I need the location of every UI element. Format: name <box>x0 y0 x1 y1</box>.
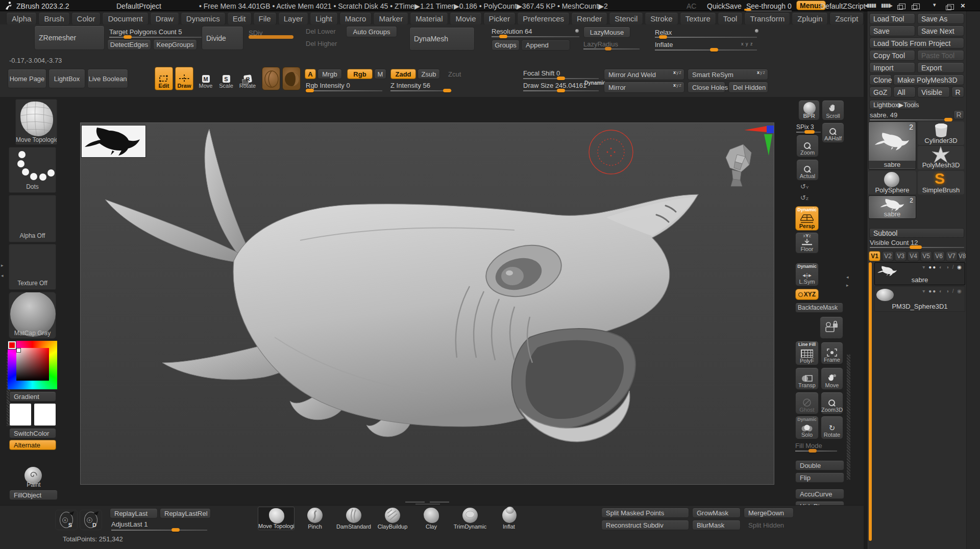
transp-button[interactable]: Transp <box>795 367 819 390</box>
subtool-item-sphere[interactable]: ▾ ●● ◐ ◑ / ◉ PM3D_Sphere3D1 <box>874 286 965 312</box>
polyframe-button[interactable]: Line Fill PolyF <box>795 341 819 365</box>
subtool-item-sabre[interactable]: ▾ ●● ◐ ◑ / ◉ sabre <box>874 262 965 285</box>
menu-brush[interactable]: Brush <box>38 12 69 25</box>
zadd-button[interactable]: Zadd <box>390 69 416 79</box>
quick-brush-claybuildup[interactable]: ClayBuildup <box>374 507 411 530</box>
visible-count-track[interactable] <box>870 247 964 248</box>
tray-close-arrow-icon[interactable]: ◂ <box>1 273 4 278</box>
spix-track[interactable] <box>796 132 821 133</box>
subtool-tab-v7[interactable]: V7 <box>946 251 958 261</box>
menu-marker[interactable]: Marker <box>373 12 408 25</box>
material-slot-1[interactable] <box>262 67 280 90</box>
visible-count-knob[interactable] <box>910 245 922 249</box>
rgb-intensity-slider[interactable]: Rgb Intensity 0 <box>306 82 350 89</box>
current-stroke-button[interactable]: Dots <box>9 147 56 193</box>
current-brush-button[interactable]: Move Topologica <box>15 99 57 145</box>
minimize-icon[interactable]: ▾ <box>933 2 936 8</box>
bpr-button[interactable]: BPR <box>798 100 820 120</box>
menu-color[interactable]: Color <box>71 12 101 25</box>
subtool-tab-v8[interactable]: V8 <box>959 251 966 261</box>
detect-edges-button[interactable]: DetectEdges <box>107 39 151 50</box>
actual-button[interactable]: Actual <box>796 159 819 181</box>
inflate-axes-badge[interactable]: x y z <box>741 41 753 46</box>
current-texture-button[interactable]: Texture Off <box>9 244 56 290</box>
quick-brush-inflat[interactable]: Inflat <box>491 507 527 530</box>
quick-brush-move-topological[interactable]: Move Topologica <box>258 507 295 530</box>
goz-button[interactable]: GoZ <box>869 87 892 97</box>
main-color-swatch[interactable] <box>9 403 32 426</box>
channel-mrgb-button[interactable]: Mrgb <box>317 69 342 79</box>
rotate-mode-button[interactable]: R Rotate <box>237 67 258 90</box>
quick-brush-clay[interactable]: Clay <box>413 507 450 530</box>
move-mode-button[interactable]: M Move <box>197 67 215 90</box>
active-tool-slider[interactable]: sabre. 49 <box>870 111 897 119</box>
stroke-s-button[interactable]: +S <box>55 510 78 530</box>
tray-scrub-left-icon[interactable]: ◂▮▮▮▮ <box>865 3 876 8</box>
tool-sabre-large[interactable]: 2 sabre <box>868 121 916 169</box>
save-next-button[interactable]: Save Next <box>917 26 964 36</box>
draw-size-dynamic-label[interactable]: Dynamic <box>584 80 606 86</box>
lightbox-button[interactable]: LightBox <box>48 69 85 88</box>
menu-document[interactable]: Document <box>102 12 148 25</box>
subtool-item-icons[interactable]: ▾ ●● ◐ ◑ / ◉ <box>922 264 963 270</box>
subtool-tab-v6[interactable]: V6 <box>933 251 945 261</box>
subtool-scrollbar[interactable] <box>869 262 872 541</box>
backface-mask-button[interactable]: BackfaceMask <box>795 303 843 313</box>
divide-button[interactable]: Divide <box>202 26 243 50</box>
record-lock-button[interactable] <box>820 316 843 339</box>
axis-gizmo[interactable] <box>743 124 774 158</box>
tray-divider-right[interactable] <box>847 355 850 480</box>
subtool-tab-v1[interactable]: V1 <box>869 251 880 261</box>
z-intensity-slider[interactable]: Z Intensity 56 <box>390 82 430 89</box>
tray-scrub-right-icon[interactable]: ▮▮▮▮▸ <box>881 3 892 8</box>
tool-simplebrush[interactable]: S SimpleBrush <box>918 171 964 194</box>
menu-light[interactable]: Light <box>310 12 338 25</box>
draw-mode-button[interactable]: Draw <box>175 67 193 90</box>
replay-last-rel-button[interactable]: ReplayLastRel <box>160 508 211 518</box>
replay-last-button[interactable]: ReplayLast <box>110 508 158 518</box>
groups-button[interactable]: Groups <box>492 40 520 51</box>
close-icon[interactable]: × <box>961 1 965 10</box>
menu-stencil[interactable]: Stencil <box>609 12 643 25</box>
export-button[interactable]: Export <box>917 62 964 73</box>
draw-size-track[interactable] <box>523 90 599 91</box>
canvas-right-arrow-down-icon[interactable]: ▸ <box>846 283 849 288</box>
grow-mask-button[interactable]: GrowMask <box>692 508 741 518</box>
fill-mode-slider[interactable]: Fill Mode <box>795 442 822 450</box>
canvas-right-arrow-up-icon[interactable]: ◂ <box>846 274 849 280</box>
subtool-tab-v5[interactable]: V5 <box>920 251 932 261</box>
quick-brush-damstandard[interactable]: DamStandard <box>335 507 372 530</box>
menu-layer[interactable]: Layer <box>278 12 309 25</box>
secondary-color-swatch[interactable] <box>34 403 56 426</box>
channel-rgb-button[interactable]: Rgb <box>347 69 373 79</box>
right-panel-divider[interactable] <box>864 11 868 549</box>
adjust-last-knob[interactable] <box>172 528 180 532</box>
target-polygons-knob[interactable] <box>124 35 132 39</box>
close-holes-button[interactable]: Close Holes <box>688 82 725 93</box>
menu-transform[interactable]: Transform <box>744 12 790 25</box>
menu-zplugin[interactable]: Zplugin <box>792 12 828 25</box>
focal-shift-slider[interactable]: Focal Shift 0 <box>523 69 560 77</box>
tray-open-arrow-icon[interactable]: ▸ <box>1 263 4 268</box>
canvas[interactable] <box>80 122 774 485</box>
sdiv-slider[interactable] <box>249 35 293 39</box>
lazyradius-track[interactable] <box>583 48 640 49</box>
inflate-slider-label[interactable]: Inflate <box>655 41 673 48</box>
menu-alpha[interactable]: Alpha <box>6 12 37 25</box>
fill-mode-track[interactable] <box>795 451 837 452</box>
scale-mode-button[interactable]: S Scale <box>217 67 235 90</box>
rgb-intensity-track[interactable] <box>306 90 382 91</box>
keep-groups-button[interactable]: KeepGroups <box>153 39 197 50</box>
menu-tool[interactable]: Tool <box>718 12 743 25</box>
zsub-button[interactable]: Zsub <box>418 69 440 79</box>
menu-stroke[interactable]: Stroke <box>645 12 678 25</box>
spix-knob[interactable] <box>804 130 815 134</box>
lazymouse-button[interactable]: LazyMouse <box>583 27 630 38</box>
gradient-button[interactable]: Gradient <box>9 391 56 402</box>
active-tool-knob[interactable] <box>944 118 952 121</box>
zscript-button[interactable]: DefaultZScript <box>820 2 866 10</box>
live-boolean-button[interactable]: Live Boolean <box>87 69 128 88</box>
tool-polysphere[interactable]: PolySphere <box>868 171 916 194</box>
dynamesh-button[interactable]: DynaMesh <box>409 27 475 51</box>
menu-material[interactable]: Material <box>410 12 448 25</box>
